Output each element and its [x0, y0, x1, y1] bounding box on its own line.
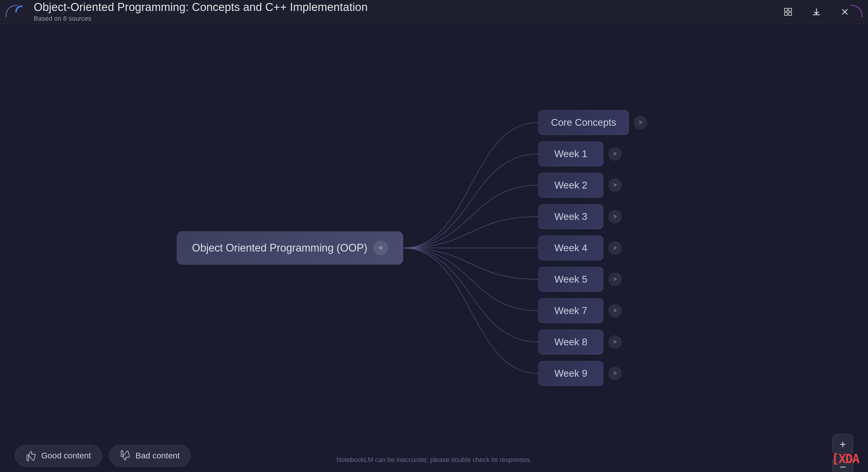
mindmap-canvas: Object Oriented Programming (OOP) < Core… [0, 24, 868, 472]
branch-node-chevron[interactable]: > [608, 210, 622, 224]
corner-decoration-right [850, 2, 865, 17]
xda-bracket-open: [ [832, 451, 838, 466]
thumbs-up-icon [26, 450, 36, 461]
branch-node-chevron[interactable]: > [608, 335, 622, 349]
feedback-buttons: Good content Bad content [15, 445, 191, 467]
branch-node: Week 4> [538, 236, 647, 261]
svg-rect-5 [121, 451, 123, 457]
top-bar: Object-Oriented Programming: Concepts an… [0, 0, 868, 24]
svg-rect-4 [27, 455, 29, 461]
branch-node: Week 7> [538, 298, 647, 323]
corner-decoration [3, 2, 18, 17]
page-title: Object-Oriented Programming: Concepts an… [34, 1, 368, 13]
branch-node-chevron[interactable]: > [634, 116, 647, 129]
branch-node-label: Week 1 [538, 141, 603, 166]
branch-node-label: Week 3 [538, 204, 603, 229]
branch-node-chevron[interactable]: > [608, 241, 622, 255]
header-right [780, 4, 853, 20]
download-button[interactable] [808, 4, 825, 20]
branch-node: Week 1> [538, 141, 647, 166]
branch-node: Core Concepts> [538, 110, 647, 135]
branch-node-label: Week 4 [538, 236, 603, 261]
center-node-chevron[interactable]: < [373, 241, 388, 256]
branch-node-label: Week 8 [538, 330, 603, 355]
branch-node: Week 5> [538, 267, 647, 292]
branch-nodes-container: Core Concepts>Week 1>Week 2>Week 3>Week … [538, 110, 647, 386]
close-icon [841, 8, 848, 15]
expand-button[interactable] [780, 4, 796, 20]
good-content-label: Good content [41, 451, 91, 461]
good-content-button[interactable]: Good content [15, 445, 102, 467]
branch-node: Week 9> [538, 361, 647, 386]
center-node-label: Object Oriented Programming (OOP) [192, 242, 367, 254]
disclaimer-text: NotebookLM can be inaccurate; please dou… [336, 456, 531, 464]
branch-node-label: Week 2 [538, 173, 603, 198]
thumbs-down-icon [120, 450, 131, 461]
mindmap-container: Object Oriented Programming (OOP) < Core… [141, 70, 674, 426]
branch-node-label: Week 5 [538, 267, 603, 292]
center-node: Object Oriented Programming (OOP) < [177, 231, 403, 265]
branch-node-chevron[interactable]: > [608, 147, 622, 161]
branch-node-chevron[interactable]: > [608, 273, 622, 286]
branch-node-chevron[interactable]: > [608, 304, 622, 317]
branch-node: Week 3> [538, 204, 647, 229]
sources-subtitle: Based on 8 sources [34, 15, 368, 23]
branch-node-chevron[interactable]: > [608, 367, 622, 380]
svg-rect-0 [784, 8, 787, 11]
svg-rect-3 [788, 12, 792, 15]
branch-node-label: Week 7 [538, 298, 603, 323]
branch-node: Week 2> [538, 173, 647, 198]
branch-node-label: Core Concepts [538, 110, 629, 135]
xda-logo: [XDA [832, 451, 859, 466]
bad-content-button[interactable]: Bad content [109, 445, 190, 467]
svg-rect-1 [788, 8, 792, 11]
bottom-bar: Good content Bad content NotebookLM can … [0, 439, 868, 472]
expand-icon [784, 8, 792, 16]
header-left: Object-Oriented Programming: Concepts an… [15, 1, 368, 23]
branch-node-label: Week 9 [538, 361, 603, 386]
bad-content-label: Bad content [135, 451, 180, 461]
branch-node: Week 8> [538, 330, 647, 355]
download-icon [812, 8, 820, 16]
branch-node-chevron[interactable]: > [608, 178, 622, 192]
title-area: Object-Oriented Programming: Concepts an… [34, 1, 368, 23]
svg-rect-2 [784, 12, 787, 15]
